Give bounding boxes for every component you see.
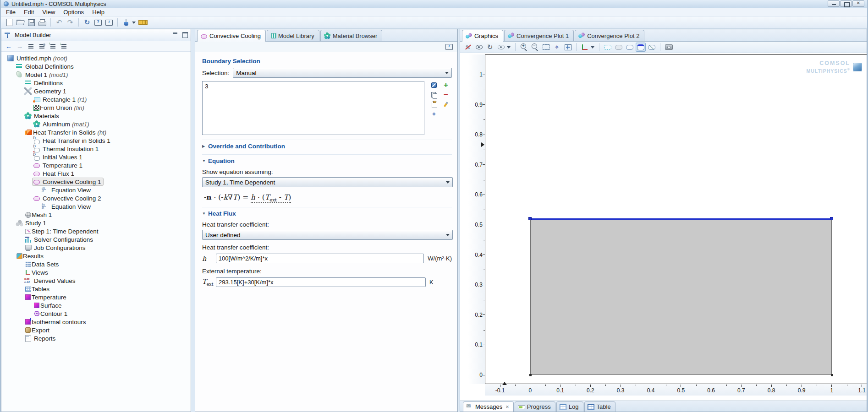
- tree-item-results[interactable]: Results: [1, 252, 191, 260]
- tab-progress[interactable]: Progress: [515, 401, 555, 412]
- redo-button[interactable]: [65, 18, 75, 27]
- tree-item-mesh-1[interactable]: Mesh 1: [1, 211, 191, 219]
- close-icon[interactable]: ✕: [505, 405, 509, 409]
- tree-item-definitions[interactable]: Definitions: [1, 79, 191, 87]
- dynamic-help-icon[interactable]: [444, 42, 454, 51]
- tree-item-contour-1[interactable]: Contour 1: [1, 309, 191, 318]
- selection-listbox[interactable]: 3: [202, 81, 424, 135]
- select-box-button[interactable]: [603, 43, 613, 52]
- menu-options[interactable]: Options: [59, 8, 88, 16]
- menu-edit[interactable]: Edit: [20, 8, 38, 16]
- selection-list-item[interactable]: 3: [205, 83, 422, 90]
- tree-item-derived-values[interactable]: Derived Values: [1, 276, 191, 285]
- documentation-button[interactable]: [104, 18, 114, 27]
- tree-item-equation-view[interactable]: Equation View: [1, 186, 191, 194]
- tab-model-library[interactable]: Model Library: [267, 30, 319, 41]
- tab-convergence-plot-1[interactable]: Convergence Plot 1: [504, 30, 574, 41]
- vertex-handle-top-right[interactable]: [830, 217, 833, 220]
- dropdown-caret-icon[interactable]: [132, 22, 136, 24]
- tree-item-export[interactable]: Export: [1, 326, 191, 334]
- move-up-button[interactable]: [48, 42, 58, 51]
- section-heat-flux[interactable]: ▼ Heat Flux: [202, 207, 452, 217]
- select-domains-button[interactable]: [625, 43, 635, 52]
- tree-item-aluminum-mat1[interactable]: Aluminum(mat1): [1, 120, 191, 128]
- deselect-icon[interactable]: [463, 43, 473, 52]
- maximize-panel-button[interactable]: [181, 32, 188, 37]
- undo-button[interactable]: [54, 18, 64, 27]
- forward-button[interactable]: [15, 42, 25, 51]
- tree-item-views[interactable]: Views: [1, 268, 191, 276]
- tree-item-study-1[interactable]: Study 1: [1, 219, 191, 227]
- dropdown-caret-icon[interactable]: [591, 46, 594, 49]
- minimize-panel-button[interactable]: [172, 32, 179, 37]
- image-snapshot-button[interactable]: [664, 43, 674, 52]
- tab-material-browser[interactable]: Material Browser: [320, 30, 383, 41]
- activate-selection-button[interactable]: [429, 81, 439, 89]
- section-equation[interactable]: ▼ Equation: [202, 154, 452, 164]
- add-to-selection-button[interactable]: +: [441, 81, 450, 89]
- panel-splitter[interactable]: [191, 29, 195, 412]
- tree-item-untitled-mph-root[interactable]: Untitled.mph(root): [1, 54, 191, 62]
- tree-item-temperature[interactable]: Temperature: [1, 293, 191, 301]
- tree-item-convective-cooling-1[interactable]: Convective Cooling 1: [1, 178, 191, 186]
- tree-item-reports[interactable]: Reports: [1, 334, 191, 342]
- zoom-in-button[interactable]: [519, 43, 529, 52]
- update-solution-button[interactable]: [82, 18, 92, 27]
- remove-from-selection-button[interactable]: −: [441, 91, 450, 99]
- zoom-to-selection-button[interactable]: [429, 110, 439, 118]
- new-button[interactable]: [4, 18, 14, 27]
- tab-convective-cooling[interactable]: Convective Cooling: [197, 30, 266, 42]
- collapse-all-button[interactable]: [26, 42, 36, 51]
- tree-item-equation-view[interactable]: Equation View: [1, 202, 191, 211]
- h-input[interactable]: [216, 254, 424, 263]
- tree-item-solver-configurations[interactable]: Solver Configurations: [1, 235, 191, 244]
- tree-item-rectangle-1-r1[interactable]: Rectangle 1(r1): [1, 95, 191, 103]
- menu-view[interactable]: View: [38, 8, 59, 16]
- zoom-extents-button[interactable]: [563, 43, 573, 52]
- deselect-box-button[interactable]: [614, 43, 624, 52]
- tree-item-temperature-1[interactable]: Temperature 1: [1, 161, 191, 169]
- open-button[interactable]: [15, 18, 25, 27]
- tree-item-convective-cooling-2[interactable]: Convective Cooling 2: [1, 194, 191, 202]
- tree-item-heat-transfer-in-solids-1[interactable]: Heat Transfer in Solids 1: [1, 136, 191, 145]
- move-down-button[interactable]: [59, 42, 69, 51]
- tree-item-model-1-mod1[interactable]: Model 1(mod1): [1, 70, 191, 79]
- go-to-view-button[interactable]: [580, 43, 590, 52]
- print-button[interactable]: [37, 18, 47, 27]
- minimize-button[interactable]: [828, 0, 840, 7]
- tree-item-surface[interactable]: Surface: [1, 301, 191, 309]
- tree-item-global-definitions[interactable]: Global Definitions: [1, 62, 191, 70]
- dropdown-caret-icon[interactable]: [507, 46, 511, 49]
- reset-view-icon[interactable]: [485, 43, 495, 52]
- tab-log[interactable]: Log: [556, 401, 583, 412]
- help-button[interactable]: [93, 18, 103, 27]
- save-button[interactable]: [26, 18, 36, 27]
- tab-table[interactable]: Table: [584, 401, 615, 412]
- material-color-button[interactable]: [121, 18, 131, 27]
- measure-button[interactable]: [138, 18, 148, 27]
- section-boundary-selection[interactable]: Boundary Selection: [202, 57, 452, 65]
- tab-convergence-plot-2[interactable]: Convergence Plot 2: [575, 30, 644, 41]
- tree-item-geometry-1[interactable]: Geometry 1: [1, 87, 191, 95]
- external-temperature-input[interactable]: [216, 277, 426, 287]
- menu-file[interactable]: File: [2, 8, 20, 16]
- htc-method-combobox[interactable]: User defined: [202, 230, 453, 240]
- selection-combobox[interactable]: Manual: [233, 68, 452, 78]
- zoom-out-button[interactable]: [530, 43, 540, 52]
- graphics-canvas[interactable]: COMSOL MULTIPHYSICS® 10.90.80.70.60.50.4…: [460, 53, 867, 401]
- tree-item-thermal-insulation-1[interactable]: Thermal Insulation 1: [1, 145, 191, 153]
- tree-item-materials[interactable]: Materials: [1, 112, 191, 120]
- visibility-icon[interactable]: [496, 43, 506, 52]
- tree-item-form-union-fin[interactable]: Form Union(fin): [1, 103, 191, 112]
- tree-item-isothermal-contours[interactable]: Isothermal contours: [1, 318, 191, 326]
- tree-item-initial-values-1[interactable]: Initial Values 1: [1, 153, 191, 161]
- tree-item-step-1-time-dependent[interactable]: Step 1: Time Dependent: [1, 227, 191, 235]
- tree-item-data-sets[interactable]: Data Sets: [1, 260, 191, 268]
- close-button[interactable]: [852, 0, 864, 7]
- select-boundaries-button[interactable]: [636, 43, 646, 52]
- copy-selection-button[interactable]: [429, 91, 439, 99]
- tree-item-tables[interactable]: Tables: [1, 285, 191, 293]
- back-button[interactable]: [4, 42, 14, 51]
- vertex-handle-top-left[interactable]: [528, 217, 532, 220]
- zoom-selected-button[interactable]: [552, 43, 562, 52]
